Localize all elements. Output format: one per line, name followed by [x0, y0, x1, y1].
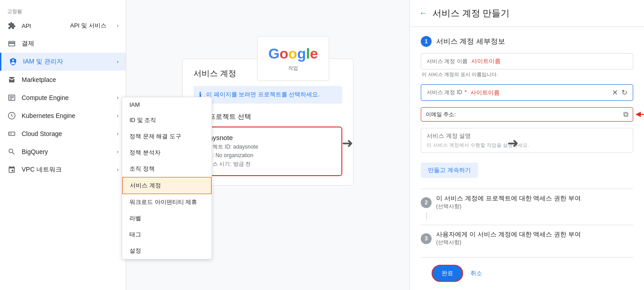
complete-button[interactable]: 완료 [432, 265, 463, 282]
sidebar-item-billing[interactable]: 결제 [0, 35, 126, 53]
copy-button[interactable]: ⧉ [623, 110, 628, 118]
sa-name-value: 사이트이름 [471, 57, 501, 65]
submenu-service-account[interactable]: 서비스 계정 [122, 177, 212, 194]
sa-id-value: 사이트이름 [470, 89, 500, 97]
sidebar-item-iam[interactable]: IAM 및 관리자 › [0, 53, 126, 71]
cancel-link[interactable]: 취소 [470, 269, 482, 277]
billing-icon [7, 39, 16, 48]
step-3-header: 3 사용자에게 이 서비스 계정에 대한 액세스 권한 부여 (선택사항) [421, 231, 633, 246]
annotation-arrow-svg [636, 108, 644, 121]
sidebar: 고정됨 API API 및 서비스 › 결제 IAM 및 관리자 › Marke… [0, 0, 126, 290]
sidebar-item-compute-label: Compute Engine [22, 94, 117, 101]
step-3-section: 3 사용자에게 이 서비스 계정에 대한 액세스 권한 부여 (선택사항) [421, 225, 633, 254]
kubernetes-icon [7, 111, 16, 120]
sa-name-hint: 이 서비스 계정의 표시 이름입니다. [421, 71, 633, 78]
sa-id-refresh[interactable]: ↻ [621, 88, 627, 97]
email-label: 이메일 주소: [426, 111, 456, 118]
step-3-number: 3 [421, 233, 432, 244]
sa-info-text: 이 페이지를 보려면 프로젝트를 선택하세요. [206, 91, 320, 99]
sidebar-item-iam-label: IAM 및 관리자 [23, 58, 117, 66]
annotation-container: 메모장에복사해두기 [636, 106, 644, 123]
sa-id-row: 서비스 계정 ID * 사이트이름 ✕ ↻ [421, 84, 633, 101]
submenu-tags[interactable]: 태그 [122, 227, 212, 243]
sidebar-item-compute[interactable]: Compute Engine › [0, 89, 126, 107]
marketplace-icon [7, 75, 16, 84]
email-input[interactable] [460, 111, 620, 118]
submenu-policy-analyzer[interactable]: 정책 분석자 [122, 145, 212, 161]
sidebar-item-vpc[interactable]: VPC 네트워크 › [0, 161, 126, 179]
step-1-title: 서비스 계정 세부정보 [436, 37, 505, 46]
step-2-title: 이 서비스 계정에 프로젝트에 대한 액세스 권한 부여 [436, 195, 633, 203]
project-select-title: 최근 프로젝트 선택 [193, 113, 342, 121]
sidebar-item-bigquery[interactable]: BigQuery › [0, 143, 126, 161]
step-1-header: 1 서비스 계정 세부정보 [421, 36, 633, 47]
iam-chevron: › [117, 59, 119, 65]
sa-id-field: 서비스 계정 ID * 사이트이름 ✕ ↻ [421, 84, 633, 101]
submenu-labels[interactable]: 라벨 [122, 210, 212, 227]
sidebar-item-bigquery-label: BigQuery [22, 148, 117, 155]
sidebar-item-api[interactable]: API API 및 서비스 › [0, 17, 126, 35]
submenu-id-org[interactable]: ID 및 조직 [122, 112, 212, 128]
step-2-section: 2 이 서비스 계정에 프로젝트에 대한 액세스 권한 부여 (선택사항) [421, 189, 633, 225]
vpc-icon [7, 165, 16, 174]
arrow-line-container [636, 108, 644, 121]
sa-name-field: 서비스 계정 이름 사이트이름 이 서비스 계정의 표시 이름입니다. [421, 53, 633, 78]
project-org: 조직: No organization [202, 152, 334, 159]
sa-id-required: * [465, 89, 467, 95]
sidebar-item-marketplace[interactable]: Marketplace [0, 71, 126, 89]
step-2-header: 2 이 서비스 계정에 프로젝트에 대한 액세스 권한 부여 (선택사항) [421, 195, 633, 210]
sidebar-item-kubernetes-label: Kubernetes Engine [22, 112, 117, 119]
sa-id-icons: ✕ ↻ [612, 88, 627, 97]
project-id: 프로젝트 ID: adaysnote [202, 143, 334, 151]
api-icon [7, 21, 16, 30]
api-prefix: API [22, 23, 69, 29]
step-divider [426, 212, 427, 219]
right-panel-title: 서비스 계정 만들기 [432, 7, 510, 19]
step-2-optional: (선택사항) [436, 203, 633, 210]
bottom-bar: 완료 취소 [421, 257, 633, 289]
desc-container: 서비스 계정 설명 이 서비스 계정에서 수행할 작업을 설명하세요. [421, 128, 633, 153]
sa-name-row: 서비스 계정 이름 사이트이름 [421, 53, 633, 69]
desc-field: 서비스 계정 설명 이 서비스 계정에서 수행할 작업을 설명하세요. [421, 128, 633, 153]
vpc-chevron: › [117, 167, 119, 173]
google-logo: Google [268, 45, 318, 62]
step-2-content: 이 서비스 계정에 프로젝트에 대한 액세스 권한 부여 (선택사항) [436, 195, 633, 210]
step-3-content: 사용자에게 이 서비스 계정에 대한 액세스 권한 부여 (선택사항) [436, 231, 633, 246]
desc-label: 서비스 계정 설명 [427, 132, 627, 140]
step-3-optional: (선택사항) [436, 239, 633, 246]
email-field-container: 이메일 주소: ⧉ [421, 107, 633, 122]
back-button[interactable]: ← [419, 9, 427, 18]
project-select-card[interactable]: adaysnote 프로젝트 ID: adaysnote 조직: No orga… [193, 127, 342, 176]
bigquery-chevron: › [117, 149, 119, 155]
google-logo-area: Google 작업 [257, 36, 329, 81]
continue-button[interactable]: 만들고 계속하기 [421, 163, 478, 178]
sidebar-item-storage-label: Cloud Storage [22, 130, 117, 137]
right-panel-body: 1 서비스 계정 세부정보 서비스 계정 이름 사이트이름 이 서비스 계정의 … [410, 27, 644, 290]
submenu-workload-identity[interactable]: 워크로드 아이덴티티 제휴 [122, 194, 212, 210]
sidebar-item-api-label: API 및 서비스 [70, 22, 117, 30]
compute-chevron: › [117, 95, 119, 101]
submenu-policy-trouble[interactable]: 정책 문제 해결 도구 [122, 128, 212, 145]
storage-chevron: › [117, 131, 119, 137]
email-field-wrapper: 이메일 주소: ⧉ 메모장에복사해두기 [421, 107, 633, 122]
iam-submenu: IAM ID 및 조직 정책 문제 해결 도구 정책 분석자 조직 정책 서비스… [122, 97, 212, 259]
submenu-org-policy[interactable]: 조직 정책 [122, 161, 212, 177]
sidebar-item-kubernetes[interactable]: Kubernetes Engine › [0, 107, 126, 125]
submenu-settings[interactable]: 설정 [122, 243, 212, 259]
right-panel-header: ← 서비스 계정 만들기 [410, 0, 644, 27]
sa-id-clear[interactable]: ✕ [612, 88, 618, 97]
sidebar-item-storage[interactable]: Cloud Storage › [0, 125, 126, 143]
step-1-section: 1 서비스 계정 세부정보 서비스 계정 이름 사이트이름 이 서비스 계정의 … [421, 36, 633, 178]
right-panel: ← 서비스 계정 만들기 1 서비스 계정 세부정보 서비스 계정 이름 사이트… [409, 0, 644, 290]
sa-id-label: 서비스 계정 ID * [427, 89, 467, 96]
sa-card-info: ℹ 이 페이지를 보려면 프로젝트를 선택하세요. [193, 86, 342, 104]
storage-icon [7, 129, 16, 138]
step-1-number: 1 [421, 36, 432, 47]
step-2-number: 2 [421, 197, 432, 208]
iam-icon [9, 57, 18, 66]
pinned-label: 고정됨 [0, 5, 126, 17]
kubernetes-chevron: › [117, 113, 119, 119]
sa-name-label: 서비스 계정 이름 [427, 58, 468, 65]
submenu-iam[interactable]: IAM [122, 97, 212, 112]
project-name: adaysnote [202, 134, 334, 141]
